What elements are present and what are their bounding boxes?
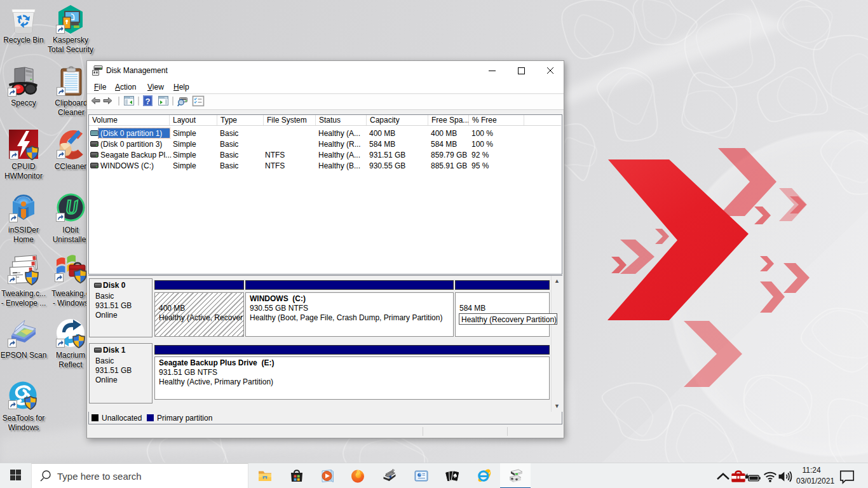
svg-text:?: ?	[146, 97, 151, 106]
